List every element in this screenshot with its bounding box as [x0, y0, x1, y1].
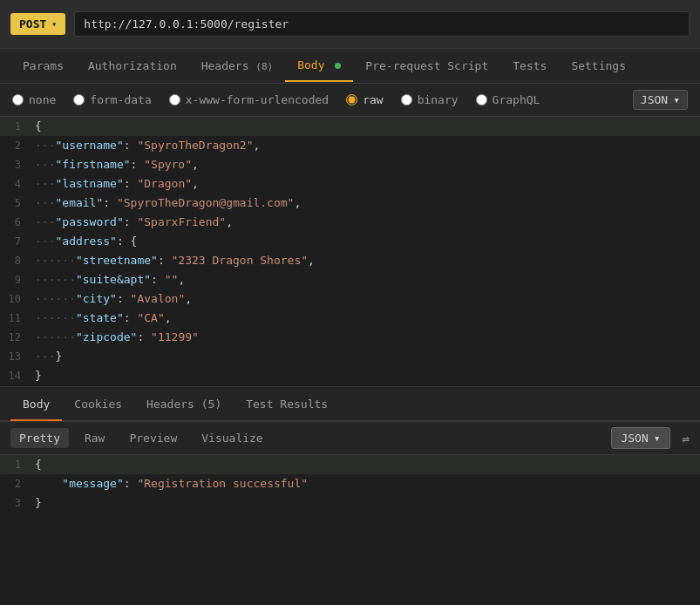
radio-binary[interactable]: binary: [401, 93, 459, 106]
url-bar: POST ▾: [0, 0, 700, 49]
method-chevron-icon: ▾: [51, 19, 57, 29]
code-line-3: 3 ···"firstname": "Spyro",: [0, 155, 700, 174]
code-line-2: 2 ···"username": "SpyroTheDragon2",: [0, 136, 700, 155]
code-line-11: 11 ······"state": "CA",: [0, 309, 700, 328]
method-badge[interactable]: POST ▾: [10, 13, 65, 35]
resp-json-chevron-icon: ▾: [654, 432, 661, 445]
code-line-9: 9 ······"suite&apt": "",: [0, 270, 700, 289]
resp-tab-cookies[interactable]: Cookies: [62, 389, 134, 419]
json-chevron-icon: ▾: [673, 93, 680, 106]
format-raw[interactable]: Raw: [76, 428, 113, 448]
tab-settings[interactable]: Settings: [559, 51, 638, 81]
body-active-dot: [335, 63, 341, 69]
request-tabs: Params Authorization Headers (8) Body Pr…: [0, 49, 700, 84]
resp-tab-testresults[interactable]: Test Results: [234, 389, 340, 419]
format-visualize[interactable]: Visualize: [193, 428, 271, 448]
resp-headers-badge: (5): [201, 398, 221, 411]
code-line-12: 12 ······"zipcode": "11299": [0, 328, 700, 347]
radio-formdata[interactable]: form-data: [73, 93, 151, 106]
code-line-14: 14 }: [0, 366, 700, 385]
radio-graphql[interactable]: GraphQL: [476, 93, 540, 106]
tab-headers[interactable]: Headers (8): [189, 51, 286, 81]
json-type-dropdown[interactable]: JSON ▾: [633, 90, 688, 110]
body-type-bar: none form-data x-www-form-urlencoded raw…: [0, 84, 700, 117]
code-line-1: 1 {: [0, 117, 700, 136]
tab-prerequest[interactable]: Pre-request Script: [353, 51, 500, 81]
tab-tests[interactable]: Tests: [500, 51, 559, 81]
response-json-dropdown[interactable]: JSON ▾: [611, 427, 669, 449]
response-section: Body Cookies Headers (5) Test Results Pr…: [0, 387, 700, 570]
radio-none[interactable]: none: [12, 93, 56, 106]
resp-code-line-1: 1 {: [0, 455, 700, 474]
resp-code-line-2: 2 "message": "Registration successful": [0, 474, 700, 493]
code-line-5: 5 ···"email": "SpyroTheDragon@gmail.com"…: [0, 194, 700, 213]
filter-icon[interactable]: ⇌: [683, 432, 690, 445]
code-line-8: 8 ······"streetname": "2323 Dragon Shore…: [0, 251, 700, 270]
tab-params[interactable]: Params: [10, 51, 76, 81]
resp-code-line-3: 3 }: [0, 493, 700, 513]
code-line-10: 10 ······"city": "Avalon",: [0, 289, 700, 309]
code-line-6: 6 ···"password": "SparxFriend",: [0, 213, 700, 232]
radio-urlencoded[interactable]: x-www-form-urlencoded: [169, 93, 329, 106]
url-input[interactable]: [74, 11, 690, 37]
method-label: POST: [19, 17, 46, 31]
response-code-viewer: 1 { 2 "message": "Registration successfu…: [0, 455, 700, 570]
resp-tab-headers[interactable]: Headers (5): [134, 389, 234, 419]
format-pretty[interactable]: Pretty: [10, 428, 69, 448]
request-body-editor[interactable]: 1 { 2 ···"username": "SpyroTheDragon2", …: [0, 117, 700, 387]
tab-body[interactable]: Body: [285, 50, 353, 82]
tab-authorization[interactable]: Authorization: [76, 51, 189, 81]
headers-badge: (8): [255, 61, 273, 72]
resp-tab-body[interactable]: Body: [10, 389, 62, 421]
format-preview[interactable]: Preview: [120, 428, 186, 448]
response-tabs: Body Cookies Headers (5) Test Results: [0, 387, 700, 422]
response-format-bar: Pretty Raw Preview Visualize JSON ▾ ⇌: [0, 422, 700, 455]
code-line-4: 4 ···"lastname": "Dragon",: [0, 174, 700, 194]
code-line-7: 7 ···"address": {: [0, 232, 700, 251]
radio-raw[interactable]: raw: [346, 93, 383, 106]
code-line-13: 13 ···}: [0, 347, 700, 366]
